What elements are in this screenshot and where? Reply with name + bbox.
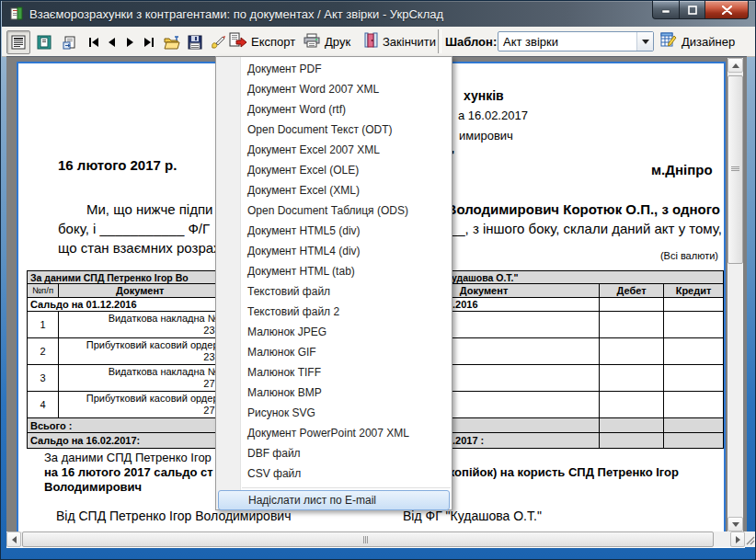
export-menu-item[interactable]: CSV файл	[216, 463, 452, 484]
last-page-button[interactable]	[139, 30, 158, 54]
column-header: Дебет	[600, 284, 664, 298]
export-menu-item[interactable]: Документ Word (rtf)	[216, 99, 452, 120]
signature-left: Від СПД Петренко Ігор Володимирович	[56, 509, 291, 523]
template-combobox[interactable]: Акт звірки	[498, 31, 654, 51]
total-row-label: Всього :	[28, 418, 223, 433]
column-header: №п/п	[28, 284, 59, 298]
doc-heading-fragment: имирович	[459, 129, 513, 143]
export-menu-item[interactable]: Текстовий файл 2	[216, 302, 452, 322]
exit-door-icon	[364, 32, 378, 51]
scroll-up-button[interactable]	[727, 58, 743, 73]
export-menu-item[interactable]: Документ HTML4 (div)	[216, 241, 452, 261]
designer-icon	[660, 32, 677, 51]
scroll-right-button[interactable]	[730, 531, 745, 547]
export-menu-item[interactable]: Документ Word 2007 XML	[216, 79, 452, 99]
window-controls	[652, 1, 749, 19]
export-menu-item[interactable]: Документ PowerPoint 2007 XML	[216, 423, 452, 443]
minimize-button[interactable]	[652, 1, 680, 19]
opening-balance-left: Сальдо на 01.12.2016	[28, 298, 223, 312]
horizontal-scrollbar[interactable]	[6, 531, 745, 548]
template-combobox-value: Акт звірки	[498, 35, 636, 49]
export-menu-item[interactable]: Рисунок SVG	[216, 403, 452, 423]
save-report-button[interactable]	[183, 30, 207, 54]
designer-button[interactable]: Дизайнер	[660, 30, 735, 52]
previous-page-button[interactable]	[102, 30, 121, 54]
doc-currency-note: (Всі валюти)	[660, 250, 718, 261]
doc-date: 16 лютого 2017 р.	[58, 157, 177, 173]
export-menu-item-email[interactable]: Надіслати лист по E-mail	[218, 490, 450, 510]
page-width-view-button[interactable]	[32, 30, 56, 54]
doc-paragraph-line: боку, і ___________ Ф/Г	[58, 221, 210, 236]
print-button[interactable]: Друк	[304, 30, 350, 52]
doc-paragraph-line: о Володимирович Коротюк О.П., з одного	[434, 201, 720, 217]
page-setup-button[interactable]	[58, 30, 82, 54]
print-icon	[304, 33, 320, 51]
vertical-scrollbar[interactable]	[727, 58, 743, 531]
export-button[interactable]: Експорт	[229, 30, 295, 52]
export-menu-item[interactable]: Малюнок BMP	[216, 383, 452, 403]
close-button[interactable]	[705, 1, 749, 19]
column-header: Документ	[58, 284, 222, 298]
doc-summary-line: на 16 лютого 2017 сальдо ст	[44, 465, 213, 479]
whole-page-view-button[interactable]	[6, 30, 30, 54]
export-menu-item[interactable]: Документ Excel (OLE)	[216, 160, 452, 180]
column-header: Кредит	[664, 284, 724, 298]
titlebar[interactable]: Взаєморозрахунки з контрагентами: по док…	[2, 1, 756, 27]
app-window: Взаєморозрахунки з контрагентами: по док…	[0, 0, 756, 560]
open-report-button[interactable]	[160, 30, 184, 54]
signature-right: Від ФГ "Кудашова О.Т."	[403, 509, 542, 523]
closing-balance-left: Сальдо на 16.02.2017:	[28, 433, 223, 449]
doc-summary-line: За даними СПД Петренко Ігор	[44, 451, 212, 464]
export-menu-item[interactable]: Документ Excel (XML)	[216, 180, 452, 200]
scroll-down-button[interactable]	[727, 517, 743, 531]
doc-paragraph-line: __, з іншого боку, склали даний акт у то…	[450, 221, 722, 236]
export-menu-item[interactable]: Документ PDF	[216, 59, 452, 79]
menu-separator	[242, 487, 451, 488]
app-icon	[9, 6, 24, 21]
doc-heading-fragment: а 16.02.2017	[458, 109, 528, 122]
export-menu-item[interactable]: DBF файл	[216, 443, 452, 463]
toolbar-separator	[438, 29, 441, 53]
maximize-button[interactable]	[680, 1, 705, 19]
export-menu-item[interactable]: Малюнок TIFF	[216, 362, 452, 383]
export-menu-item[interactable]: Open Document Таблиця (ODS)	[216, 200, 452, 221]
doc-heading-fragment: хунків	[464, 88, 504, 103]
doc-summary-line: Володимирович	[44, 480, 142, 494]
vertical-scroll-thumb[interactable]	[727, 75, 743, 264]
scroll-left-button[interactable]	[6, 531, 21, 547]
export-menu-items: Документ PDFДокумент Word 2007 XMLДокуме…	[216, 59, 452, 484]
export-icon	[229, 32, 246, 51]
export-menu-item[interactable]: Документ HTML5 (div)	[216, 221, 452, 241]
export-menu: Документ PDFДокумент Word 2007 XMLДокуме…	[215, 56, 452, 510]
toolbar: Експорт Друк Закінчити Шаблон: Акт звірк…	[2, 27, 756, 57]
template-label: Шаблон:	[445, 35, 497, 49]
export-menu-item[interactable]: Малюнок JPEG	[216, 322, 452, 342]
doc-city: м.Дніпро	[651, 162, 713, 177]
first-page-button[interactable]	[84, 30, 103, 54]
next-page-button[interactable]	[120, 30, 140, 54]
window-title: Взаєморозрахунки з контрагентами: по док…	[29, 7, 443, 21]
chevron-down-icon[interactable]	[636, 32, 653, 51]
doc-paragraph-line: Ми, що нижче підпи	[86, 201, 212, 217]
finish-button[interactable]: Закінчити	[364, 30, 436, 52]
export-menu-item[interactable]: Документ Excel 2007 XML	[216, 140, 452, 160]
export-menu-item[interactable]: Текстовий файл	[216, 281, 452, 302]
doc-summary-line: копійок) на користь СПД Петренко Ігор	[449, 465, 679, 479]
export-menu-item[interactable]: Документ HTML (tab)	[216, 261, 452, 281]
doc-paragraph-line: що стан взаємних розрах	[58, 240, 221, 256]
horizontal-scroll-thumb[interactable]	[22, 531, 714, 547]
resize-grip[interactable]	[745, 531, 756, 547]
edit-page-button[interactable]	[206, 30, 230, 54]
export-menu-item[interactable]: Малюнок GIF	[216, 342, 452, 362]
export-menu-item[interactable]: Open Document Текст (ODT)	[216, 120, 452, 140]
